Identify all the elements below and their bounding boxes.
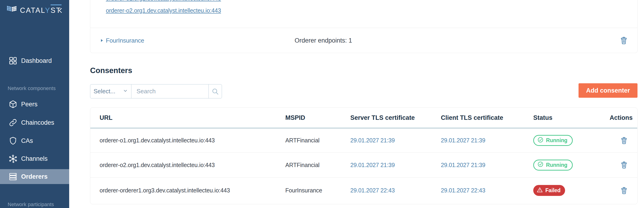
caret-right-icon <box>101 39 103 42</box>
page-title: Consenters <box>90 66 132 75</box>
cell-mspid: ARTFinancial <box>276 162 341 168</box>
table-header-row: URL MSPID Server TLS certificate Client … <box>90 108 637 128</box>
delete-org-button[interactable] <box>620 28 628 53</box>
cube-icon <box>8 100 18 109</box>
search-input[interactable] <box>132 84 208 98</box>
search-icon-button[interactable] <box>208 84 222 98</box>
catalyst-cube-icon <box>6 4 17 17</box>
filter-select-value: Select... <box>94 88 116 95</box>
check-circle-icon <box>537 137 544 145</box>
check-circle-icon <box>537 161 544 169</box>
cell-url: orderer-orderer1.org3.dev.catalyst.intel… <box>90 187 276 194</box>
status-badge-running: Running <box>533 135 573 146</box>
cell-server-tls-cert-link[interactable]: 29.01.2027 21:39 <box>341 162 432 168</box>
brand-logo: CATALYST <box>6 5 61 16</box>
status-badge-label: Running <box>546 162 568 168</box>
table-row: orderer-o2.org1.dev.catalyst.intellecteu… <box>90 152 637 177</box>
dashboard-icon <box>8 56 18 65</box>
sidebar-item-dashboard[interactable]: Dashboard <box>0 53 69 68</box>
status-badge-failed: Failed <box>533 185 565 196</box>
orderer-endpoints-count: Orderer endpoints: 1 <box>294 28 352 53</box>
cell-status: Failed <box>524 185 600 196</box>
sidebar: CATALYST Dashboard Network components <box>0 0 69 208</box>
network-icon <box>8 154 18 163</box>
sidebar-item-orderers[interactable]: Orderers <box>0 169 69 184</box>
sidebar-item-label: Peers <box>21 101 38 108</box>
cell-client-tls-cert-link[interactable]: 29.01.2027 22:43 <box>432 187 524 194</box>
search-field-wrap <box>132 84 208 98</box>
sidebar-section-network-participants: Network participants <box>8 201 54 207</box>
orderer-endpoint-link[interactable]: orderer-o2.org1.dev.catalyst.intellecteu… <box>106 7 221 14</box>
filter-select[interactable]: Select... <box>90 84 132 98</box>
brand-text: CATALYST <box>20 6 61 15</box>
orderer-endpoint-link[interactable]: orderer-o1.org1.dev.catalyst.intellecteu… <box>106 0 221 2</box>
sidebar-item-label: CAs <box>21 137 33 145</box>
chain-link-icon <box>8 118 18 127</box>
delete-consenter-button[interactable] <box>620 186 628 195</box>
sidebar-item-label: Dashboard <box>21 57 52 64</box>
table-row: orderer-orderer1.org3.dev.catalyst.intel… <box>90 177 637 203</box>
org-name-link: FourInsurance <box>106 37 144 44</box>
delete-consenter-button[interactable] <box>620 136 628 145</box>
col-header-actions: Actions <box>600 114 637 122</box>
cell-server-tls-cert-link[interactable]: 29.01.2027 22:43 <box>341 187 432 194</box>
consenters-filter-bar: Select... <box>90 84 222 98</box>
sidebar-item-label: Chaincodes <box>21 119 54 126</box>
cell-actions <box>600 186 637 195</box>
col-header-server-tls: Server TLS certificate <box>341 114 432 122</box>
chevron-down-icon <box>123 88 128 95</box>
cell-url: orderer-o1.org1.dev.catalyst.intellecteu… <box>90 137 276 144</box>
cell-status: Running <box>524 135 600 146</box>
collapse-sidebar-icon[interactable] <box>57 7 64 15</box>
cell-actions <box>600 161 637 169</box>
status-badge-label: Failed <box>545 187 560 193</box>
sidebar-item-channels[interactable]: Channels <box>0 151 69 166</box>
add-consenter-button[interactable]: Add consenter <box>578 83 638 98</box>
cell-status: Running <box>524 160 600 171</box>
sidebar-section-network-components: Network components <box>8 85 56 91</box>
cell-mspid: FourInsurance <box>276 187 341 194</box>
col-header-url: URL <box>90 114 276 122</box>
sidebar-item-label: Orderers <box>21 173 48 180</box>
org-group-row: FourInsurance Orderer endpoints: 1 <box>90 28 637 53</box>
consenters-table: URL MSPID Server TLS certificate Client … <box>90 108 638 204</box>
warning-triangle-icon <box>536 187 543 194</box>
shield-icon <box>8 136 18 145</box>
col-header-mspid: MSPID <box>276 114 341 122</box>
cell-mspid: ARTFinancial <box>276 137 341 144</box>
cell-server-tls-cert-link[interactable]: 29.01.2027 21:39 <box>341 137 432 144</box>
sidebar-item-peers[interactable]: Peers <box>0 97 69 112</box>
org-expand-toggle[interactable]: FourInsurance <box>101 28 144 53</box>
main-content: orderer-o1.org1.dev.catalyst.intellecteu… <box>69 0 644 208</box>
sidebar-item-label: Channels <box>21 155 48 162</box>
app-window: CATALYST Dashboard Network components <box>0 0 644 208</box>
cell-client-tls-cert-link[interactable]: 29.01.2027 21:39 <box>432 162 524 168</box>
server-stack-icon <box>8 172 18 181</box>
orderer-group-card: orderer-o1.org1.dev.catalyst.intellecteu… <box>90 0 638 53</box>
sidebar-item-chaincodes[interactable]: Chaincodes <box>0 115 69 130</box>
status-badge-label: Running <box>546 137 568 144</box>
status-badge-running: Running <box>533 160 573 171</box>
cell-url: orderer-o2.org1.dev.catalyst.intellecteu… <box>90 162 276 168</box>
col-header-status: Status <box>524 114 600 122</box>
cell-actions <box>600 136 637 145</box>
delete-consenter-button[interactable] <box>620 161 628 169</box>
table-row: orderer-o1.org1.dev.catalyst.intellecteu… <box>90 128 637 152</box>
sidebar-item-cas[interactable]: CAs <box>0 133 69 148</box>
cell-client-tls-cert-link[interactable]: 29.01.2027 21:39 <box>432 137 524 144</box>
col-header-client-tls: Client TLS certificate <box>432 114 524 122</box>
